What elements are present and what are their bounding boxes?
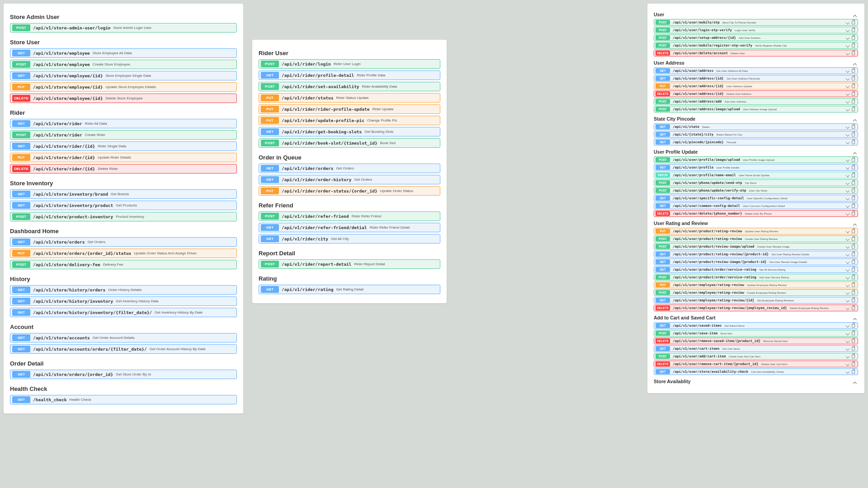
chevron-down-icon[interactable] [846,43,849,47]
chevron-down-icon[interactable] [846,84,849,88]
chevron-up-icon[interactable] [854,221,858,225]
lock-icon[interactable] [852,36,855,40]
endpoint-row[interactable]: DELETE/api/v1/user/employee/rating-revie… [654,305,858,311]
chevron-down-icon[interactable] [846,92,849,95]
endpoint-row[interactable]: GET/api/v1/rider/cityGet All City [259,234,440,244]
endpoint-row[interactable]: POST/api/v1/user/login-otp-verifyLogin U… [654,27,858,33]
endpoint-row[interactable]: POST/api/v1/store/delivery-feeDelivery F… [10,260,237,269]
chevron-down-icon[interactable] [846,69,849,72]
endpoint-row[interactable]: POST/api/v1/user/save-itemSave Item [654,330,858,337]
endpoint-row[interactable]: POST/api/v1/user/mobile/register-otp-ver… [654,42,858,49]
endpoint-row[interactable]: GET/api/v1/user/profileUser Profile Deta… [654,164,858,171]
endpoint-row[interactable]: PATCH/api/v1/user/profile/name-emailUser… [654,172,858,178]
lock-icon[interactable] [852,181,855,185]
section-header[interactable]: Refer Friend [259,197,440,211]
lock-icon[interactable] [852,276,855,279]
endpoint-row[interactable]: POST/api/v1/store/riderCreate Rider [10,130,237,140]
endpoint-row[interactable]: GET/api/v1/store/history/ordersOrder His… [10,285,237,295]
lock-icon[interactable] [852,100,855,103]
chevron-down-icon[interactable] [846,132,849,136]
lock-icon[interactable] [852,306,855,310]
lock-icon[interactable] [852,28,855,32]
chevron-up-icon[interactable] [854,149,858,154]
lock-icon[interactable] [852,52,855,55]
endpoint-row[interactable]: GET/api/v1/{state}/cityStates Based On C… [654,131,858,138]
section-header[interactable]: Report Detail [259,245,440,259]
endpoint-row[interactable]: POST/api/v1/user/address/addAdd User Add… [654,98,858,105]
endpoint-row[interactable]: POST/api/v1/user/setup-address/{id}Add U… [654,34,858,41]
endpoint-row[interactable]: POST/api/v1/user/phone/update/send-otpOt… [654,179,858,186]
chevron-up-icon[interactable] [854,315,858,319]
lock-icon[interactable] [852,299,855,302]
endpoint-row[interactable]: GET/api/v1/store/accountsGet Order Accou… [10,333,237,343]
section-header[interactable]: Rider [10,105,237,119]
chevron-down-icon[interactable] [846,252,849,256]
lock-icon[interactable] [852,174,855,177]
section-header[interactable]: User Address [654,57,858,67]
endpoint-row[interactable]: POST/api/v1/store/product-inventoryProdu… [10,212,237,221]
lock-icon[interactable] [852,347,855,351]
endpoint-row[interactable]: POST/api/v1/rider/refer-friendRider Refe… [259,211,440,221]
endpoint-row[interactable]: GET/api/v1/stateStates [654,123,858,130]
chevron-down-icon[interactable] [846,165,849,169]
chevron-down-icon[interactable] [846,51,849,55]
endpoint-row[interactable]: GET/api/v1/user/product/rating-review/{p… [654,251,858,258]
endpoint-row[interactable]: POST/api/v1/user/product/review-image/up… [654,243,858,250]
endpoint-row[interactable]: GET/health_checkHealth Check [10,395,237,404]
endpoint-row[interactable]: GET/api/v1/store/employee/{id}Store Empl… [10,71,237,80]
endpoint-row[interactable]: PUT/api/v1/user/employee/rating-reviewUp… [654,282,858,288]
lock-icon[interactable] [852,212,855,216]
chevron-down-icon[interactable] [846,331,849,335]
lock-icon[interactable] [852,283,855,287]
chevron-down-icon[interactable] [846,370,849,373]
chevron-down-icon[interactable] [846,20,849,24]
lock-icon[interactable] [852,77,855,80]
endpoint-row[interactable]: GET/api/v1/rider/ordersGet Orders [259,164,440,173]
endpoint-row[interactable]: POST/api/v1/rider/book-slot/{timeslot_id… [259,138,440,148]
endpoint-row[interactable]: GET/api/v1/store/accounts/orders/{filter… [10,344,237,354]
lock-icon[interactable] [852,158,855,162]
lock-icon[interactable] [852,324,855,328]
chevron-down-icon[interactable] [846,347,849,350]
section-header[interactable]: Store Availablity [654,376,858,386]
endpoint-row[interactable]: GET/api/v1/rider/refer-friend/detialRide… [259,223,440,232]
lock-icon[interactable] [852,332,855,335]
endpoint-row[interactable]: DELETE/api/v1/user/delete/accountDelete … [654,50,858,56]
lock-icon[interactable] [852,69,855,73]
lock-icon[interactable] [852,141,855,144]
lock-icon[interactable] [852,291,855,295]
section-header[interactable]: Order Detail [10,356,237,370]
chevron-up-icon[interactable] [854,379,858,383]
lock-icon[interactable] [852,268,855,272]
endpoint-row[interactable]: POST/api/v1/user/product/rating-reviewCr… [654,235,858,242]
endpoint-row[interactable]: PUT/api/v1/rider/rider-profile-updateRid… [259,104,440,114]
endpoint-row[interactable]: PUT/api/v1/store/employee/{id}Update Sto… [10,82,237,92]
endpoint-row[interactable]: GET/api/v1/rider/order-historyGet Orders [259,175,440,184]
section-header[interactable]: Store User [10,34,237,48]
lock-icon[interactable] [852,260,855,264]
chevron-down-icon[interactable] [846,362,849,366]
lock-icon[interactable] [852,370,855,374]
section-header[interactable]: Health Check [10,381,237,395]
endpoint-row[interactable]: PUT/api/v1/rider/statusRider Status Upda… [259,93,440,103]
chevron-down-icon[interactable] [846,211,849,215]
section-header[interactable]: Account [10,319,237,333]
chevron-down-icon[interactable] [846,196,849,200]
section-header[interactable]: User Profile Update [654,146,858,156]
endpoint-row[interactable]: POST/api/v1/user/address/image/uploadUse… [654,106,858,113]
endpoint-row[interactable]: PUT/api/v1/user/product/rating-reviewUpd… [654,228,858,235]
endpoint-row[interactable]: POST/api/v1/user/profile/image/uploadUse… [654,156,858,163]
endpoint-row[interactable]: GET/api/v1/user/specific-config-detailUs… [654,195,858,202]
lock-icon[interactable] [852,125,855,129]
chevron-down-icon[interactable] [846,339,849,343]
chevron-down-icon[interactable] [846,324,849,327]
lock-icon[interactable] [852,197,855,200]
endpoint-row[interactable]: GET/api/v1/user/product/review-image/{pr… [654,258,858,265]
chevron-down-icon[interactable] [846,354,849,358]
chevron-down-icon[interactable] [846,140,849,144]
endpoint-row[interactable]: GET/api/v1/user/employee/rating-review/{… [654,297,858,304]
section-header[interactable]: Order in Queue [259,150,440,164]
chevron-down-icon[interactable] [846,275,849,279]
section-header[interactable]: Dashboard Home [10,223,237,237]
endpoint-row[interactable]: GET/api/v1/user/address/{id}Get User Add… [654,75,858,82]
